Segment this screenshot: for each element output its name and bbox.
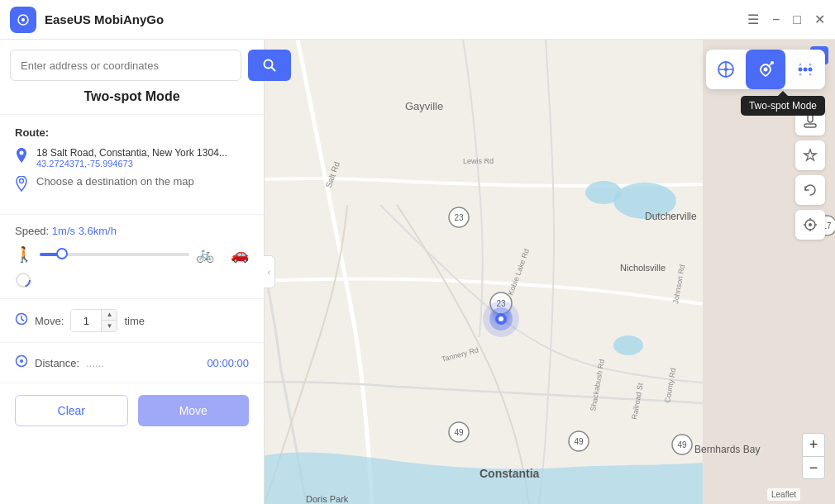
action-row: Clear Move <box>0 383 264 438</box>
route-section: Route: 18 Salt Road, Constantia, New Yor… <box>0 115 264 215</box>
history-tool-btn[interactable] <box>795 175 825 205</box>
svg-point-50 <box>764 68 768 72</box>
from-address-text: 18 Salt Road, Constantia, New York 1304.… <box>36 147 227 169</box>
svg-text:49: 49 <box>677 440 687 449</box>
speed-track[interactable] <box>40 253 189 256</box>
search-button[interactable] <box>248 50 291 81</box>
move-count-input[interactable] <box>71 310 101 331</box>
close-btn[interactable]: ✕ <box>814 13 825 26</box>
multispot-mode-btn[interactable] <box>785 50 825 89</box>
svg-point-70 <box>809 223 812 226</box>
bike-icon: 🚲 <box>196 245 214 264</box>
svg-point-56 <box>799 64 802 66</box>
zoom-in-btn[interactable]: + <box>802 433 825 456</box>
move-section: Move: ▲ ▼ time <box>0 299 264 343</box>
mode-buttons: Two-spot Mode <box>706 50 825 89</box>
svg-point-44 <box>499 316 503 321</box>
teleport-mode-btn[interactable] <box>706 50 746 89</box>
menu-btn[interactable]: ☰ <box>747 13 759 26</box>
svg-point-2 <box>21 18 25 21</box>
svg-point-59 <box>809 74 812 76</box>
svg-text:49: 49 <box>454 428 464 437</box>
dest-placeholder-text: Choose a destination on the map <box>36 175 194 188</box>
svg-point-54 <box>804 68 808 72</box>
dest-location[interactable]: Choose a destination on the map <box>15 175 249 196</box>
app-logo <box>10 7 36 33</box>
svg-text:Dutcherville: Dutcherville <box>645 211 697 222</box>
sidebar-panel: Two-spot Mode ‹ Route: 18 Salt Road, Con… <box>0 40 265 504</box>
star-tool-btn[interactable] <box>795 140 825 170</box>
distance-label: Distance: <box>35 357 79 369</box>
svg-text:23: 23 <box>454 213 464 222</box>
dest-pin-icon <box>15 176 28 196</box>
search-bar <box>10 50 291 81</box>
svg-rect-68 <box>804 124 816 127</box>
speed-slider-row: 🚶 🚲 🚗 <box>15 245 249 264</box>
svg-point-57 <box>809 64 812 66</box>
twospot-mode-btn[interactable] <box>746 50 785 89</box>
svg-text:49: 49 <box>574 437 584 446</box>
maximize-btn[interactable]: □ <box>793 13 801 26</box>
svg-point-66 <box>20 359 23 363</box>
svg-point-58 <box>799 74 802 76</box>
location-tool-btn[interactable] <box>795 210 825 240</box>
move-label: Move: <box>35 315 64 327</box>
minimize-btn[interactable]: − <box>772 13 780 26</box>
svg-text:Bernhards Bay: Bernhards Bay <box>694 444 760 455</box>
distance-section: Distance: ...... 00:00:00 <box>0 343 264 383</box>
speed-knob[interactable] <box>56 248 68 259</box>
svg-text:Constantia: Constantia <box>480 467 540 480</box>
svg-text:Gayville: Gayville <box>405 100 443 112</box>
svg-point-53 <box>799 68 803 72</box>
svg-point-60 <box>20 151 24 155</box>
from-pin-icon <box>15 148 28 168</box>
clear-button[interactable]: Clear <box>15 395 128 426</box>
speed-label: Speed: 1m/s 3.6km/h <box>15 225 249 237</box>
search-input[interactable] <box>10 50 241 81</box>
route-label: Route: <box>15 126 249 139</box>
clock-icon <box>15 312 28 329</box>
from-location: 18 Salt Road, Constantia, New York 1304.… <box>15 147 249 169</box>
speed-section: Speed: 1m/s 3.6km/h 🚶 🚲 🚗 <box>0 215 264 299</box>
move-button[interactable]: Move <box>138 395 250 426</box>
progress-circle <box>15 272 31 288</box>
move-increment-btn[interactable]: ▲ <box>102 310 117 321</box>
zoom-controls: + − <box>802 433 825 479</box>
zoom-out-btn[interactable]: − <box>802 456 825 479</box>
move-time-label: time <box>124 315 145 327</box>
distance-time: 00:00:00 <box>207 357 249 369</box>
distance-icon <box>15 354 28 371</box>
leaflet-badge[interactable]: Leaflet <box>767 488 800 501</box>
right-tools <box>795 106 825 243</box>
main-area: Salt Rd Lewis Rd N Auringer Rd Kobie Lak… <box>0 40 835 504</box>
twospot-tooltip: Two-spot Mode <box>741 96 825 116</box>
svg-text:Nicholsville: Nicholsville <box>620 263 666 273</box>
move-stepper: ▲ ▼ <box>101 310 117 331</box>
svg-point-52 <box>771 61 774 64</box>
walk-icon: 🚶 <box>15 245 33 264</box>
app-title: EaseUS MobiAnyGo <box>45 12 164 26</box>
titlebar: EaseUS MobiAnyGo ☰ − □ ✕ <box>0 0 835 40</box>
svg-point-61 <box>20 179 24 183</box>
car-icon: 🚗 <box>231 245 249 264</box>
svg-point-49 <box>724 68 728 71</box>
svg-text:Doris Park: Doris Park <box>306 494 349 504</box>
svg-point-55 <box>809 68 813 72</box>
distance-dots: ...... <box>86 357 200 369</box>
sidebar-collapse-btn[interactable]: ‹ <box>264 255 275 288</box>
window-controls: ☰ − □ ✕ <box>747 13 825 26</box>
move-decrement-btn[interactable]: ▼ <box>102 321 117 331</box>
speed-value: 1m/s 3.6km/h <box>52 225 117 237</box>
move-input-wrap: ▲ ▼ <box>70 309 117 332</box>
svg-text:Lewis Rd: Lewis Rd <box>463 157 494 165</box>
